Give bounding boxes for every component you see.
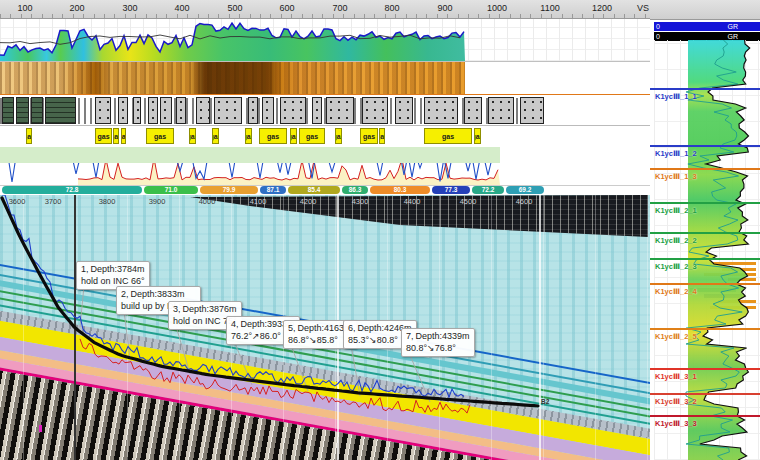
ruler-tick-label: 900 — [437, 3, 452, 13]
gr-curve-plot — [0, 19, 466, 62]
ruler-tick-label: VS — [637, 3, 649, 13]
formation-marker-label: K1ycⅢ_2_4 — [650, 287, 760, 296]
lithology-track[interactable] — [0, 95, 650, 126]
lithology-block — [196, 97, 210, 124]
interval-value-pill: 77.3 — [432, 186, 470, 194]
formation-marker-label: K1ycⅢ_2_1 — [650, 206, 760, 215]
formation-marker[interactable]: K1ycⅢ_2_2 — [650, 232, 760, 245]
scale-name: GR — [728, 22, 739, 31]
borehole-image-track[interactable] — [0, 62, 650, 95]
ruler-tick-label: 200 — [69, 3, 84, 13]
ruler-tick-label: 300 — [122, 3, 137, 13]
ruler-tick-label: 600 — [279, 3, 294, 13]
interval-value-pill: 71.0 — [144, 186, 198, 194]
ruler-tick-label: 1100 — [540, 3, 559, 13]
gas-show-box: gas — [95, 128, 112, 144]
stratigraphy-panel[interactable]: 0 GR 0 GR — [650, 0, 760, 460]
formation-marker-line — [650, 368, 760, 370]
formation-marker-line — [650, 232, 760, 234]
interval-value-pill: 86.3 — [342, 186, 368, 194]
gas-show-box: gas — [290, 128, 297, 144]
interval-value-pill: 72.2 — [472, 186, 504, 194]
lithology-block — [2, 97, 14, 124]
gas-show-box: gas — [259, 128, 287, 144]
lithology-block — [312, 97, 322, 124]
gas-show-box: gas — [474, 128, 481, 144]
lithology-block — [16, 97, 29, 124]
formation-marker[interactable]: K1ycⅢ_2_5 — [650, 328, 760, 341]
formation-marker-line — [650, 283, 760, 285]
ruler-tick-label: 1000 — [487, 3, 507, 13]
lithology-block — [133, 97, 141, 124]
interval-value-pill: 80.3 — [370, 186, 430, 194]
annotation-line1: 1,Depth:3784m — [81, 263, 145, 275]
panel-scale-headers: 0 GR 0 GR — [654, 22, 760, 42]
formation-marker-label: K1ycⅢ_1_1 — [650, 92, 760, 101]
scale-min: 0 — [656, 22, 660, 31]
formation-marker-label: K1ycⅢ_2_2 — [650, 236, 760, 245]
formation-marker-line — [650, 88, 760, 90]
interval-value-pill: 87.1 — [260, 186, 286, 194]
formation-marker-label: K1ycⅢ_2_5 — [650, 332, 760, 341]
formation-marker[interactable]: K1ycⅢ_1_1 — [650, 88, 760, 101]
formation-marker[interactable]: K1ycⅢ_2_4 — [650, 283, 760, 296]
formation-marker-label: K1ycⅢ_2_3 — [650, 262, 760, 271]
seismic-section[interactable]: 3600370038003900400041004200430044004500… — [0, 195, 650, 460]
gas-show-box: gas — [212, 128, 219, 144]
formation-marker-label: K1ycⅢ_3_2 — [650, 397, 760, 406]
lithology-block — [464, 97, 482, 124]
target-label: B2 — [541, 398, 549, 405]
interval-value-pill: 79.9 — [200, 186, 258, 194]
annotation-line2: 80.8°↘76.8° — [406, 342, 470, 354]
formation-marker[interactable]: K1ycⅢ_2_3 — [650, 258, 760, 271]
formation-marker[interactable]: K1ycⅢ_3_2 — [650, 393, 760, 406]
interval-value-pill: 69.2 — [506, 186, 544, 194]
formation-marker[interactable]: K1ycⅢ_1_2 — [650, 145, 760, 158]
formation-marker[interactable]: K1ycⅢ_3_1 — [650, 368, 760, 381]
gas-show-box: gas — [379, 128, 385, 144]
panel-scale-bar: 0 GR — [654, 22, 760, 31]
interval-value-pill: 72.8 — [2, 186, 142, 194]
annotation-callout[interactable]: 7,Depth:4339m 80.8°↘76.8° — [401, 328, 475, 357]
formation-marker-line — [650, 415, 760, 417]
formation-marker-line — [650, 168, 760, 170]
ruler-tick-label: 100 — [17, 3, 32, 13]
lithology-block — [280, 97, 306, 124]
magenta-marker — [39, 425, 42, 432]
lithology-block — [262, 97, 274, 124]
lithology-block — [176, 97, 186, 124]
lithology-block — [118, 97, 128, 124]
annotation-line1: 7,Depth:4339m — [406, 330, 470, 342]
gas-show-track[interactable]: gasgasgasgasgasgasgasgasgasgasgasgasgasg… — [0, 126, 650, 147]
ruler-tick-label: 700 — [332, 3, 347, 13]
lithology-block — [31, 97, 43, 124]
lithology-block — [488, 97, 514, 124]
formation-marker[interactable]: K1ycⅢ_2_1 — [650, 202, 760, 215]
formation-marker-label: K1ycⅢ_1_3 — [650, 172, 760, 181]
ruler-tick-label: 1200 — [592, 3, 612, 13]
gas-curves-track[interactable] — [0, 147, 650, 186]
formation-marker-line — [650, 393, 760, 395]
formation-marker[interactable]: K1ycⅢ_1_3 — [650, 168, 760, 181]
ruler-tick-label: 800 — [384, 3, 399, 13]
gas-show-box: gas — [26, 128, 32, 144]
gas-show-box: gas — [245, 128, 252, 144]
formation-marker[interactable]: K1ycⅢ_3_3 — [650, 415, 760, 428]
image-log-paint — [0, 62, 465, 95]
ruler-minor-ticks — [0, 14, 760, 18]
gas-show-box: gas — [360, 128, 378, 144]
lithology-block — [424, 97, 458, 124]
total-gas-band — [0, 147, 500, 163]
formation-marker-label: K1ycⅢ_1_2 — [650, 149, 760, 158]
formation-marker-line — [650, 145, 760, 147]
lithology-block — [362, 97, 388, 124]
formation-marker-line — [650, 258, 760, 260]
formation-marker-line — [650, 202, 760, 204]
lithology-block — [395, 97, 413, 124]
panel-header-gray — [650, 0, 760, 20]
annotation-line1: 3,Depth:3876m — [173, 303, 237, 315]
gas-show-box: gas — [146, 128, 174, 144]
lithology-block — [214, 97, 242, 124]
gas-show-box: gas — [299, 128, 325, 144]
gr-curve-track[interactable] — [0, 19, 650, 62]
